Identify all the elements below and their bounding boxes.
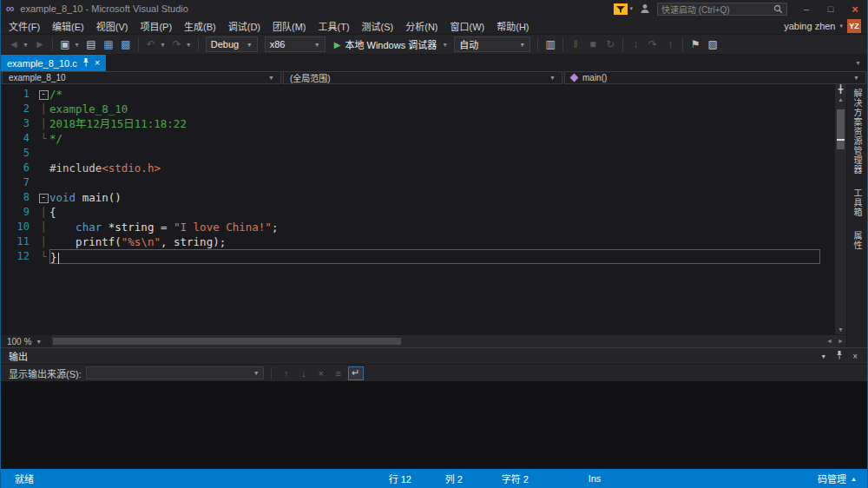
comment-icon[interactable]: ▧ (705, 36, 720, 52)
code-line-9[interactable]: 9│{ (1, 205, 834, 220)
horizontal-scrollbar[interactable] (51, 335, 824, 347)
code-line-10[interactable]: 10│ char *string = "I love China!"; (1, 220, 834, 234)
close-panel-icon[interactable]: × (852, 352, 858, 361)
scrollbar-thumb[interactable] (837, 109, 845, 149)
dropdown-caret-icon[interactable]: ▼ (74, 42, 80, 48)
nav-scope-dropdown[interactable]: (全局范围) ▼ (283, 71, 562, 84)
zoom-control[interactable]: 100 % ▼ (1, 337, 48, 346)
step-into-icon[interactable]: ↓ (628, 36, 643, 52)
scroll-up-icon[interactable]: ▲ (838, 95, 844, 104)
toggle-messages-icon[interactable]: ≡ (331, 366, 346, 380)
clear-all-icon[interactable]: × (313, 366, 329, 380)
code-line-8[interactable]: 8void main() (1, 190, 834, 205)
nav-forward-icon[interactable]: ► (32, 36, 48, 52)
maximize-button[interactable]: □ (819, 0, 843, 17)
window-position-icon[interactable]: ▼ (820, 353, 826, 359)
panel-tab-toolbox[interactable]: 工具箱 (851, 188, 864, 217)
bookmark-icon[interactable]: ⚑ (687, 36, 703, 52)
notifications-caret-icon[interactable]: ▾ (629, 5, 633, 12)
vertical-scrollbar[interactable]: ╋ ▲ ▼ (834, 84, 846, 334)
pin-icon[interactable] (836, 351, 843, 361)
code-line-2[interactable]: 2│example_8_10 (1, 102, 834, 116)
nav-back-icon[interactable]: ◄ (6, 36, 22, 52)
redo-icon[interactable]: ↷ (169, 36, 185, 52)
search-icon[interactable] (773, 4, 783, 14)
fold-toggle-icon[interactable] (37, 87, 49, 102)
stop-debug-icon[interactable]: ■ (585, 36, 601, 52)
menu-file[interactable]: 文件(F) (3, 17, 46, 35)
open-file-icon[interactable]: ▤ (83, 36, 99, 52)
code-area[interactable]: 1/*2│example_8_103│2018年12月15日11:18:224└… (1, 84, 834, 334)
next-message-icon[interactable]: ↓ (296, 366, 312, 380)
nav-member-dropdown[interactable]: main() ▼ (564, 71, 866, 84)
menu-window[interactable]: 窗口(W) (444, 17, 491, 35)
step-out-icon[interactable]: ↑ (662, 36, 678, 52)
step-over-icon[interactable]: ↷ (645, 36, 661, 52)
code-line-4[interactable]: 4└*/ (1, 131, 834, 146)
dropdown-caret-icon[interactable]: ▼ (442, 42, 448, 48)
menu-analyze[interactable]: 分析(N) (399, 17, 444, 35)
tab-overflow-icon[interactable]: ▼ (855, 60, 867, 66)
code-line-3[interactable]: 3│2018年12月15日11:18:22 (1, 116, 834, 131)
solution-config-combo[interactable]: Debug▼ (206, 36, 258, 52)
save-icon[interactable]: ▦ (101, 36, 116, 52)
diagnostics-icon[interactable]: ▥ (542, 36, 558, 52)
new-project-icon[interactable]: ▣ (57, 36, 73, 52)
code-line-12[interactable]: 12└} (1, 249, 834, 264)
fold-guide: │ (37, 234, 49, 249)
word-wrap-icon[interactable]: ↵ (348, 366, 364, 380)
source-control-button[interactable]: 码管理 ▲ (818, 472, 867, 485)
menu-view[interactable]: 视图(V) (90, 17, 135, 35)
menu-build[interactable]: 生成(B) (178, 17, 222, 35)
panel-tab-properties[interactable]: 属性 (851, 231, 864, 250)
code-line-6[interactable]: 6#include<stdio.h> (1, 161, 834, 175)
menu-project[interactable]: 项目(P) (134, 17, 178, 35)
dropdown-caret-icon[interactable]: ▼ (160, 42, 166, 48)
solution-platform-combo[interactable]: x86▼ (265, 36, 326, 52)
scroll-left-icon[interactable]: ◄ (824, 335, 835, 347)
start-debug-button[interactable]: ▶本地 Windows 调试器 (330, 36, 441, 53)
menu-help[interactable]: 帮助(H) (490, 17, 535, 35)
dropdown-caret-icon[interactable]: ▼ (186, 42, 192, 48)
tab-label: example_8_10.c (7, 58, 77, 69)
notifications-icon[interactable] (613, 3, 628, 15)
feedback-icon[interactable] (640, 3, 650, 14)
menu-test[interactable]: 测试(S) (356, 17, 400, 35)
previous-message-icon[interactable]: ↑ (279, 366, 294, 380)
code-line-1[interactable]: 1/* (1, 87, 834, 102)
minimize-button[interactable]: – (794, 0, 819, 17)
close-button[interactable]: × (843, 0, 867, 17)
output-source-dropdown[interactable]: ▼ (86, 366, 264, 379)
menu-tools[interactable]: 工具(T) (312, 17, 356, 35)
save-all-icon[interactable]: ▩ (118, 36, 134, 52)
menu-edit[interactable]: 编辑(E) (46, 17, 90, 35)
debug-target-combo[interactable]: 自动▼ (454, 36, 530, 52)
menu-team[interactable]: 团队(M) (266, 17, 312, 35)
tab-example-8-10[interactable]: example_8_10.c × (1, 55, 106, 71)
user-caret-icon[interactable]: ▾ (839, 23, 843, 30)
break-all-icon[interactable]: ‖ (568, 36, 583, 52)
pin-icon[interactable] (82, 58, 89, 69)
scroll-down-icon[interactable]: ▼ (838, 325, 844, 334)
code-line-5[interactable]: 5 (1, 146, 834, 161)
tab-close-icon[interactable]: × (95, 58, 100, 68)
undo-icon[interactable]: ↶ (143, 36, 159, 52)
quick-launch-input[interactable]: 快速启动 (Ctrl+Q) (657, 3, 787, 16)
code-line-11[interactable]: 11│ printf("%s\n", string); (1, 234, 834, 249)
scrollbar-track[interactable] (835, 104, 846, 325)
scroll-right-icon[interactable]: ► (835, 335, 846, 347)
avatar[interactable]: YZ (847, 19, 861, 33)
restart-icon[interactable]: ↻ (602, 36, 618, 52)
output-content[interactable] (1, 381, 867, 469)
menu-debug[interactable]: 调试(D) (222, 17, 266, 35)
fold-toggle-icon[interactable] (37, 190, 49, 205)
panel-tab-solution-explorer[interactable]: 解决方案资源管理器 (851, 89, 864, 175)
user-name[interactable]: yabing zhen (784, 21, 835, 31)
code-text: 2018年12月15日11:18:22 (49, 116, 820, 131)
horizontal-scrollbar-thumb[interactable] (53, 338, 400, 345)
code-line-7[interactable]: 7 (1, 175, 834, 190)
code-editor[interactable]: 1/*2│example_8_103│2018年12月15日11:18:224└… (1, 84, 846, 334)
split-editor-handle[interactable]: ╋ (838, 84, 843, 95)
dropdown-caret-icon[interactable]: ▼ (23, 42, 29, 48)
nav-project-dropdown[interactable]: example_8_10 ▼ (2, 71, 281, 84)
